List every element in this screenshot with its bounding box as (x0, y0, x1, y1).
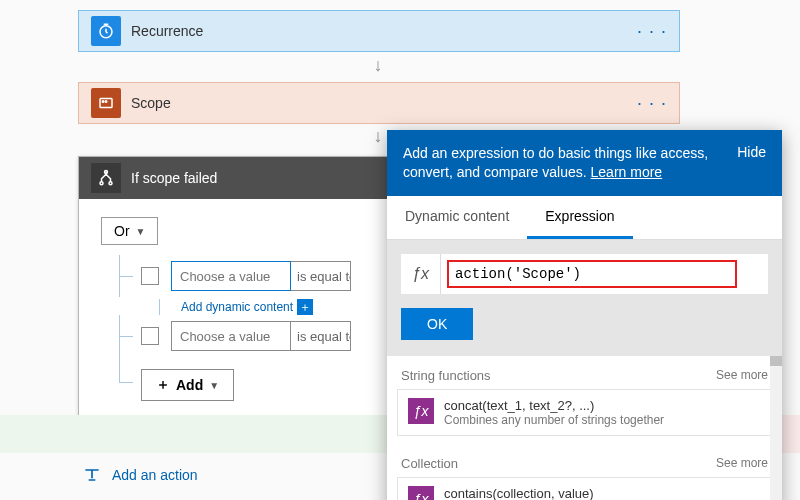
clock-icon (91, 16, 121, 46)
fx-icon: ƒx (401, 254, 441, 294)
scrollbar-track[interactable] (770, 356, 782, 500)
section-title: String functions (401, 368, 491, 383)
fx-icon: ƒx (408, 398, 434, 424)
panel-help-text: Add an expression to do basic things lik… (403, 145, 708, 180)
panel-tabs: Dynamic content Expression (387, 196, 782, 240)
logic-operator-label: Or (114, 223, 130, 239)
operator-dropdown[interactable]: is equal to (291, 261, 351, 291)
row-checkbox[interactable] (141, 327, 159, 345)
section-title: Collection (401, 456, 458, 471)
row-checkbox[interactable] (141, 267, 159, 285)
value-input[interactable] (171, 261, 291, 291)
arrow-down-icon: ↓ (374, 126, 383, 147)
tab-dynamic-content[interactable]: Dynamic content (387, 196, 527, 239)
plus-icon: ＋ (156, 376, 170, 394)
add-condition-button[interactable]: ＋ Add ▼ (141, 369, 234, 401)
see-more-link[interactable]: See more (716, 368, 768, 382)
function-item-concat[interactable]: ƒx concat(text_1, text_2?, ...) Combines… (397, 389, 772, 436)
condition-title: If scope failed (131, 170, 217, 186)
see-more-link[interactable]: See more (716, 456, 768, 470)
learn-more-link[interactable]: Learn more (591, 164, 663, 180)
function-description: Combines any number of strings together (444, 413, 664, 427)
add-action-button[interactable]: Add an action (82, 465, 198, 485)
chevron-down-icon: ▼ (209, 380, 219, 391)
arrow-down-icon: ↓ (374, 55, 383, 76)
plus-icon: ＋ (297, 299, 313, 315)
function-item-contains[interactable]: ƒx contains(collection, value) Returns t… (397, 477, 772, 500)
scope-icon (91, 88, 121, 118)
scrollbar-thumb[interactable] (770, 356, 782, 366)
svg-point-3 (105, 101, 107, 103)
condition-icon (91, 163, 121, 193)
add-action-icon (82, 465, 102, 485)
logic-operator-dropdown[interactable]: Or ▼ (101, 217, 158, 245)
operator-dropdown[interactable]: is equal to (291, 321, 351, 351)
panel-header: Add an expression to do basic things lik… (387, 130, 782, 196)
expression-panel: Add an expression to do basic things lik… (387, 130, 782, 500)
tab-expression[interactable]: Expression (527, 196, 632, 239)
svg-point-4 (100, 182, 103, 185)
expression-input[interactable] (447, 260, 737, 288)
scope-card[interactable]: Scope · · · (78, 82, 680, 124)
hide-button[interactable]: Hide (737, 144, 766, 160)
svg-point-5 (109, 182, 112, 185)
more-menu[interactable]: · · · (637, 93, 667, 114)
more-menu[interactable]: · · · (637, 21, 667, 42)
value-input[interactable] (171, 321, 291, 351)
fx-icon: ƒx (408, 486, 434, 500)
scope-label: Scope (131, 95, 637, 111)
svg-point-2 (102, 101, 104, 103)
false-branch-band (782, 415, 800, 453)
function-signature: concat(text_1, text_2?, ...) (444, 398, 664, 413)
ok-button[interactable]: OK (401, 308, 473, 340)
recurrence-label: Recurrence (131, 23, 637, 39)
chevron-down-icon: ▼ (136, 226, 146, 237)
recurrence-card[interactable]: Recurrence · · · (78, 10, 680, 52)
function-signature: contains(collection, value) (444, 486, 754, 500)
